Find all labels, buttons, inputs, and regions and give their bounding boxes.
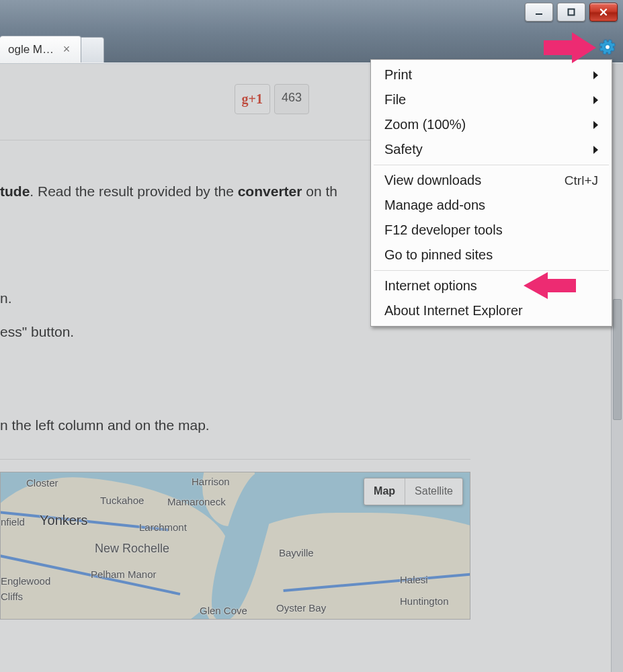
menu-item-label: Manage add-ons — [384, 198, 485, 213]
map-label: Yonkers — [40, 510, 88, 531]
browser-tab[interactable]: ogle M… × — [0, 36, 81, 62]
chevron-right-icon — [593, 121, 598, 129]
map-label: Bayville — [279, 545, 314, 560]
window-titlebar: ogle M… × — [0, 0, 623, 34]
svg-marker-5 — [544, 32, 596, 63]
map-label: Tuckahoe — [100, 493, 144, 508]
annotation-arrow-gear — [544, 32, 596, 66]
tools-gear-icon[interactable] — [597, 37, 618, 57]
maximize-button[interactable] — [557, 3, 585, 22]
vertical-scrollbar[interactable] — [611, 64, 623, 672]
menu-safety[interactable]: Safety — [372, 137, 610, 162]
chevron-right-icon — [593, 146, 598, 154]
menu-zoom[interactable]: Zoom (100%) — [372, 112, 610, 137]
map-label: Halesi — [400, 572, 428, 587]
menu-file[interactable]: File — [372, 87, 610, 112]
map-label: Huntington — [400, 593, 449, 609]
embedded-map[interactable]: Closter Harrison Tuckahoe Mamaroneck Yon… — [0, 472, 470, 620]
map-label: New Rochelle — [95, 540, 169, 558]
svg-rect-1 — [569, 9, 575, 15]
menu-manage-addons[interactable]: Manage add-ons — [372, 193, 610, 218]
map-label: Mamaroneck — [167, 494, 226, 509]
menu-print[interactable]: Print — [372, 62, 610, 87]
annotation-arrow-options — [524, 272, 576, 302]
menu-view-downloads[interactable]: View downloads Ctrl+J — [372, 168, 610, 193]
menu-item-label: Go to pinned sites — [384, 247, 493, 263]
tools-menu: Print File Zoom (100%) Safety View downl… — [370, 59, 612, 327]
new-tab-button[interactable] — [81, 37, 104, 62]
map-label: nfield — [1, 514, 25, 530]
svg-marker-6 — [524, 272, 576, 299]
minimize-button[interactable] — [525, 3, 553, 22]
menu-item-label: Zoom (100%) — [384, 117, 466, 132]
tab-bar: ogle M… × — [0, 33, 623, 62]
tab-close-icon[interactable]: × — [60, 42, 73, 56]
gplus-widget: g+1 463 — [0, 84, 309, 114]
map-type-map[interactable]: Map — [364, 478, 405, 505]
map-type-control: Map Satellite — [364, 478, 463, 505]
gplus-count: 463 — [274, 84, 309, 114]
menu-item-label: Print — [384, 67, 412, 83]
map-label: Glen Cove — [200, 603, 247, 618]
tab-title: ogle M… — [8, 43, 54, 56]
menu-item-label: F12 developer tools — [384, 222, 503, 238]
map-label: Harrison — [192, 474, 230, 489]
menu-item-label: About Internet Explorer — [384, 303, 523, 319]
menu-f12-devtools[interactable]: F12 developer tools — [372, 218, 610, 243]
map-label: Oyster Bay — [276, 600, 326, 616]
gplus-button[interactable]: g+1 — [235, 84, 270, 114]
menu-item-label: File — [384, 92, 406, 108]
map-label: Closter — [26, 475, 58, 491]
map-label: Pelham Manor — [91, 566, 157, 582]
scrollbar-thumb[interactable] — [613, 299, 622, 420]
menu-pinned-sites[interactable]: Go to pinned sites — [372, 243, 610, 267]
close-button[interactable] — [589, 3, 618, 22]
window-controls — [525, 3, 618, 22]
svg-point-4 — [606, 45, 610, 49]
menu-item-shortcut: Ctrl+J — [565, 173, 598, 188]
bold-fragment: tude — [0, 183, 30, 199]
menu-item-label: View downloads — [384, 173, 481, 188]
menu-about-ie[interactable]: About Internet Explorer — [372, 298, 610, 323]
menu-item-label: Internet options — [384, 278, 477, 294]
chevron-right-icon — [593, 71, 598, 79]
map-type-satellite[interactable]: Satellite — [405, 478, 462, 505]
bold-fragment: converter — [238, 183, 302, 199]
body-text-3: n the left column and on the map. — [0, 415, 484, 437]
menu-item-label: Safety — [384, 142, 423, 157]
map-label: Englewood Cliffs — [1, 573, 50, 605]
map-label: Larchmont — [139, 519, 187, 535]
chevron-right-icon — [593, 96, 598, 104]
divider — [0, 459, 470, 460]
menu-separator — [374, 270, 609, 271]
menu-separator — [374, 165, 609, 165]
